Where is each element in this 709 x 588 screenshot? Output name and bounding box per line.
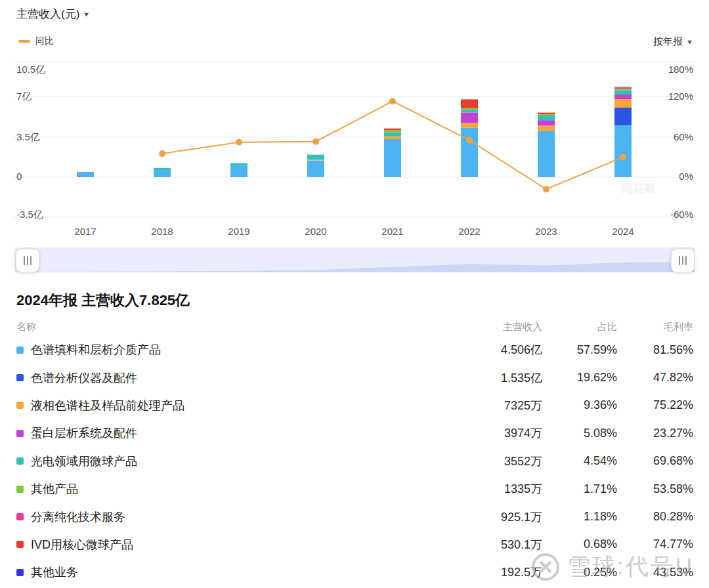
- table-row[interactable]: 蛋白层析系统及配件 3974万 5.08% 23.27%: [16, 419, 693, 447]
- bar-segment[interactable]: [384, 139, 401, 177]
- table-row[interactable]: 其他产品 1335万 1.71% 53.58%: [16, 475, 693, 503]
- datazoom-track[interactable]: [14, 247, 695, 272]
- series-margin: 53.58%: [617, 482, 693, 496]
- series-share: 1.18%: [542, 510, 617, 524]
- series-margin: 69.68%: [617, 454, 693, 468]
- grip-line-icon: [24, 256, 25, 265]
- yoy-line-point[interactable]: [312, 138, 319, 145]
- bar-segment[interactable]: [614, 108, 632, 125]
- bar-segment[interactable]: [77, 172, 94, 177]
- bar-segment[interactable]: [461, 108, 478, 110]
- table-row[interactable]: 色谱填料和层析介质产品 4.506亿 57.59% 81.56%: [16, 336, 693, 364]
- bar-segment[interactable]: [461, 112, 478, 123]
- table-row[interactable]: 液相色谱柱及样品前处理产品 7325万 9.36% 75.22%: [16, 392, 693, 419]
- series-share: 5.08%: [542, 427, 617, 440]
- series-name: 其他产品: [31, 481, 78, 497]
- datazoom-silhouette: [14, 247, 695, 272]
- series-color-swatch: [16, 402, 24, 409]
- series-share: 4.54%: [542, 454, 617, 468]
- series-margin: 80.28%: [617, 510, 693, 524]
- x-axis-label: 2020: [305, 226, 326, 237]
- yoy-line-point[interactable]: [389, 98, 396, 104]
- bar-segment[interactable]: [538, 116, 555, 120]
- series-revenue: 7325万: [457, 398, 542, 413]
- yoy-line-point[interactable]: [466, 137, 473, 144]
- series-margin: 81.56%: [617, 343, 693, 357]
- grip-line-icon: [27, 256, 28, 265]
- tonghuashun-watermark: 同花顺: [621, 181, 656, 196]
- x-axis-label: 2023: [535, 226, 557, 237]
- bar-segment[interactable]: [614, 94, 632, 99]
- x-axis-label: 2018: [151, 226, 173, 237]
- y-axis-label-left: 3.5亿: [16, 131, 40, 142]
- bar-segment[interactable]: [307, 155, 324, 160]
- series-name: 液相色谱柱及样品前处理产品: [31, 398, 184, 413]
- table-row[interactable]: 色谱分析仪器及配件 1.535亿 19.62% 47.82%: [16, 364, 693, 391]
- series-name: 色谱填料和层析介质产品: [31, 342, 161, 358]
- series-margin: 23.27%: [617, 427, 693, 440]
- bar-segment[interactable]: [384, 129, 401, 131]
- bar-segment[interactable]: [461, 99, 478, 108]
- bar-segment[interactable]: [384, 130, 401, 133]
- bar-segment[interactable]: [614, 87, 632, 88]
- bar-segment[interactable]: [384, 136, 401, 139]
- bar-segment[interactable]: [538, 113, 555, 115]
- table-row[interactable]: 分离纯化技术服务 925.1万 1.18% 80.28%: [16, 503, 693, 530]
- series-color-swatch: [16, 346, 24, 354]
- datazoom-right-handle[interactable]: [671, 249, 695, 272]
- series-share: 19.62%: [542, 371, 617, 385]
- series-revenue: 1.535亿: [457, 370, 542, 386]
- table-row[interactable]: 光电领域用微球产品 3552万 4.54% 69.68%: [16, 448, 693, 475]
- bar-segment[interactable]: [614, 89, 632, 90]
- bar-segment[interactable]: [614, 125, 632, 177]
- datazoom-left-handle[interactable]: [16, 249, 39, 272]
- bar-segment[interactable]: [154, 168, 171, 170]
- grip-line-icon: [685, 256, 687, 265]
- series-revenue: 1335万: [457, 481, 542, 497]
- series-name: 其他业务: [31, 564, 78, 580]
- bar-segment[interactable]: [614, 88, 632, 89]
- x-axis-label: 2022: [458, 226, 480, 237]
- series-share: 9.36%: [542, 398, 617, 412]
- y-axis-label-left: 7亿: [16, 91, 32, 102]
- series-revenue: 3974万: [457, 425, 542, 441]
- series-name: 分离纯化技术服务: [31, 509, 125, 525]
- yoy-line-point[interactable]: [620, 154, 626, 160]
- bar-segment[interactable]: [538, 120, 555, 125]
- bar-segment[interactable]: [614, 91, 632, 94]
- bar-segment[interactable]: [538, 131, 555, 177]
- bar-segment[interactable]: [461, 123, 478, 127]
- y-axis-label-right: 120%: [668, 91, 693, 102]
- bar-segment[interactable]: [461, 110, 478, 112]
- series-name: 色谱分析仪器及配件: [31, 370, 137, 386]
- col-header-share: 占比: [542, 321, 617, 333]
- series-color-swatch: [16, 457, 24, 465]
- grip-line-icon: [682, 256, 683, 265]
- bar-segment[interactable]: [538, 126, 555, 131]
- series-revenue: 192.5万: [457, 564, 542, 580]
- col-header-margin: 毛利率: [617, 321, 693, 333]
- series-revenue: 3552万: [457, 453, 542, 469]
- series-margin: 47.82%: [617, 371, 693, 385]
- series-color-swatch: [16, 430, 24, 437]
- series-share: 0.68%: [542, 537, 617, 551]
- bar-segment[interactable]: [614, 99, 632, 108]
- yoy-line-point[interactable]: [236, 139, 242, 146]
- series-revenue: 925.1万: [457, 509, 542, 525]
- grip-line-icon: [679, 256, 680, 265]
- grip-line-icon: [30, 256, 32, 265]
- bar-segment[interactable]: [461, 128, 478, 177]
- bar-segment[interactable]: [538, 114, 555, 116]
- yoy-line-point[interactable]: [159, 150, 165, 157]
- bar-segment[interactable]: [230, 165, 247, 177]
- bar-segment[interactable]: [154, 170, 171, 177]
- x-axis-label: 2024: [612, 226, 634, 237]
- bar-segment[interactable]: [307, 160, 324, 161]
- yoy-line-point[interactable]: [543, 186, 549, 192]
- series-margin: 75.22%: [617, 398, 693, 412]
- bar-segment[interactable]: [384, 133, 401, 136]
- bar-segment[interactable]: [230, 163, 247, 166]
- col-header-revenue: 主营收入: [457, 321, 542, 333]
- bar-segment[interactable]: [307, 161, 324, 178]
- series-share: 57.59%: [542, 343, 617, 357]
